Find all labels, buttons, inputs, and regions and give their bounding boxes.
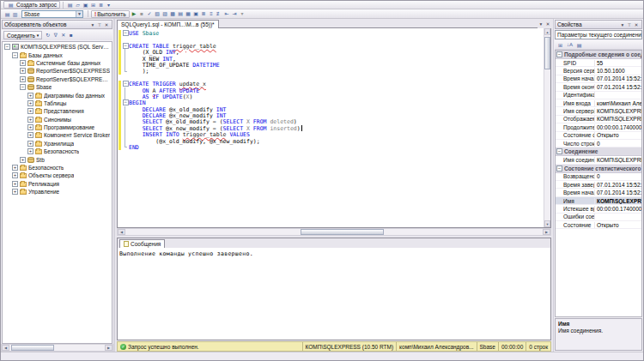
property-row[interactable]: Ошибки соедине (556, 214, 641, 221)
expand-icon[interactable]: + (12, 189, 18, 195)
scroll-right-icon[interactable]: ▶ (105, 345, 112, 351)
close-icon[interactable]: ✕ (103, 21, 110, 28)
tree-item[interactable]: +Представления (3, 107, 112, 115)
property-row[interactable]: Имя входакомп\Михаил Алекс (556, 99, 641, 107)
save-all-icon[interactable]: ⊞ (89, 1, 97, 9)
increase-indent-icon[interactable]: ⇥ (231, 9, 239, 17)
property-row[interactable]: Возвращено стр0 (556, 173, 641, 181)
property-row[interactable]: Имя соединенияКОМП\SQLEXPRESS ( (556, 156, 641, 164)
expand-icon[interactable]: + (27, 148, 33, 154)
property-section-header[interactable]: −Состояние статистического выполн (556, 165, 641, 173)
scroll-left-icon[interactable]: ◀ (2, 345, 9, 351)
toolbar-overflow-icon[interactable]: ▾ (239, 9, 246, 17)
new-document-icon[interactable]: ▤ (66, 1, 74, 9)
expand-icon[interactable]: + (12, 172, 18, 178)
tree-item[interactable]: +Управление (3, 188, 112, 196)
window-menu-icon[interactable]: ▾ (619, 21, 626, 28)
scroll-up-icon[interactable]: ▲ (544, 28, 550, 35)
scroll-left-icon[interactable]: ◀ (118, 229, 125, 235)
disconnect-icon[interactable]: ▥ (11, 10, 19, 18)
actual-plan-icon[interactable]: ▨ (161, 9, 169, 17)
code-line[interactable]: ON A AFTER UPDATE (118, 87, 544, 93)
results-to-text-icon[interactable]: ▤ (177, 9, 185, 17)
close-icon[interactable]: ✕ (633, 21, 640, 28)
property-row[interactable]: Время начала07.01.2014 15:52:14 (556, 189, 641, 196)
stop-icon[interactable]: ■ (67, 32, 75, 39)
code-line[interactable]: −BEGIN (118, 99, 544, 105)
sqlcmd-mode-icon[interactable]: ≣ (200, 9, 208, 17)
property-row[interactable]: Истекшее время00:00:00.1740000 (556, 205, 641, 213)
outlining-margin[interactable]: − (122, 43, 129, 49)
categorized-icon[interactable]: ⊞ (556, 41, 564, 49)
code-line[interactable]: −USE Sbase (118, 30, 544, 36)
code-line[interactable]: (@x_old_modify, @x_new_modify); (118, 138, 544, 144)
editor-tab[interactable]: SQLQuery1.sql - КОМП...\М...в (55))* (117, 20, 219, 28)
code-line[interactable]: −CREATE TRIGGER update_x (118, 81, 544, 87)
expand-icon[interactable]: + (20, 68, 26, 74)
expand-icon[interactable]: + (27, 100, 33, 106)
pin-icon[interactable]: ⊤ (626, 21, 633, 28)
expand-icon[interactable]: + (27, 124, 33, 130)
pin-icon[interactable]: ⊤ (96, 21, 103, 28)
editor-hscrollbar[interactable]: ◀ ▶ (117, 228, 551, 236)
property-row[interactable]: Продолжительн00:00:00.1740000 (556, 123, 641, 131)
collapse-icon[interactable]: − (556, 51, 562, 57)
estimated-plan-icon[interactable]: ▧ (154, 9, 161, 17)
property-row[interactable]: Отображаемое иКОМП\SQLEXPRESS (556, 116, 641, 123)
scroll-right-icon[interactable]: ▶ (543, 229, 550, 235)
property-row[interactable]: Время окончания07.01.2014 15:52:14 (556, 83, 641, 91)
debug-icon[interactable]: ▶ (131, 9, 138, 17)
new-query-button[interactable]: ▤ Создать запрос (3, 1, 60, 9)
expand-icon[interactable]: + (27, 141, 33, 147)
comment-icon[interactable]: ≡ (208, 10, 216, 18)
object-explorer-hscrollbar[interactable]: ◀ ▶ (1, 344, 113, 352)
tree-item[interactable]: +Диаграммы баз данных (3, 91, 112, 99)
property-section-header[interactable]: −Соединение (556, 147, 641, 156)
open-file-icon[interactable]: ▱ (74, 1, 82, 9)
property-row[interactable]: Число строк, все0 (556, 140, 641, 147)
toolbar-overflow-icon[interactable]: ▾ (105, 1, 112, 9)
code-line[interactable]: DECLARE @x_new_modify INT (118, 112, 544, 118)
expand-icon[interactable]: + (27, 132, 33, 138)
code-line[interactable] (118, 75, 544, 81)
outlining-margin[interactable]: − (122, 99, 129, 105)
code-line[interactable]: TIME_OF_UPDATE DATETIME (118, 62, 544, 68)
expand-icon[interactable]: + (12, 181, 18, 187)
property-row[interactable]: Версия сервера10.50.1600 (556, 67, 641, 75)
code-line[interactable]: ); (118, 68, 544, 74)
alphabetical-icon[interactable]: ↓A (566, 41, 574, 49)
connect-icon[interactable]: ▤ (3, 10, 11, 18)
property-row[interactable]: Время завершен07.01.2014 15:52:14 (556, 181, 641, 189)
tree-item[interactable]: +Компонент Service Broker (3, 131, 112, 139)
expand-icon[interactable]: + (20, 60, 26, 66)
print-icon[interactable]: ≣ (97, 1, 105, 9)
tree-item[interactable]: +Хранилища (3, 140, 112, 147)
refresh-icon[interactable]: ↻ (44, 31, 52, 39)
editor-vscrollbar[interactable]: ▲ ▼ (544, 28, 550, 227)
tree-item[interactable]: +Stb (3, 155, 112, 163)
results-to-file-icon[interactable]: ▣ (192, 9, 200, 17)
active-files-icon[interactable]: ▾ (538, 21, 544, 27)
expand-icon[interactable]: + (27, 108, 33, 114)
tree-item[interactable]: −Sbase (3, 83, 112, 91)
code-line[interactable]: −CREATE TABLE trigger_table (118, 43, 544, 49)
property-row[interactable]: СостояниеОткрыто (556, 221, 641, 229)
tab-messages[interactable]: Сообщения (119, 239, 165, 248)
tree-item[interactable]: +Синонимы (3, 116, 112, 123)
connect-button[interactable]: Соединить ▾ (3, 31, 42, 39)
expand-icon[interactable]: + (12, 165, 18, 171)
property-pages-icon[interactable]: ▤ (575, 41, 583, 49)
results-to-grid-icon[interactable]: ▦ (185, 9, 192, 17)
code-line[interactable]: INSERT INTO trigger_table VALUES (118, 131, 544, 137)
property-row[interactable]: Имя сервераКОМП\SQLEXPRESS (556, 107, 641, 115)
collapse-icon[interactable]: − (12, 52, 18, 58)
code-line[interactable]: DECLARE @x_old_modify INT (118, 106, 544, 112)
code-text-area[interactable]: −USE Sbase−CREATE TABLE trigger_table (X… (118, 28, 544, 227)
expand-icon[interactable]: + (20, 76, 26, 82)
stop-icon[interactable]: ■ (138, 10, 146, 18)
code-line[interactable] (118, 36, 544, 42)
properties-object-selector[interactable]: Параметры текущего соединения ▼ (555, 30, 642, 39)
code-line[interactable]: END (118, 144, 544, 150)
parse-icon[interactable]: ✓ (146, 9, 154, 17)
tree-item[interactable]: +ReportServer$SQLEXPRESS (3, 67, 112, 75)
